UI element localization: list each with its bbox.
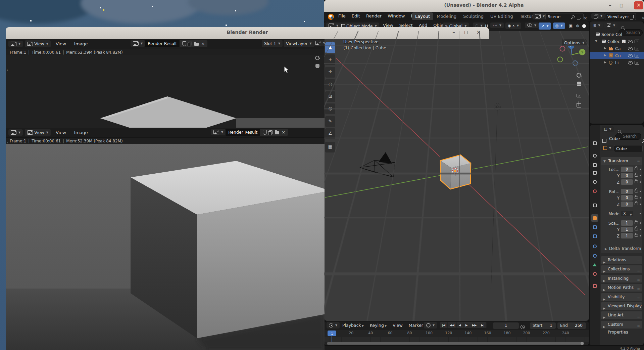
render-slot-dropdown[interactable]: Slot 1▼ [262,40,283,47]
animate-dot-icon[interactable] [640,191,641,192]
properties-tab-texture[interactable] [591,282,598,290]
transform-panel-header[interactable]: ▼ Transform :::: [601,157,642,165]
grip-icon[interactable]: :::: [637,303,640,311]
viewport-canvas[interactable]: Z Y User Perspective (1) Collection | Cu… [324,31,589,321]
timeline-editor-type-button[interactable]: ▼ [327,322,340,329]
workspace-tab-modeling[interactable]: Modeling [433,12,460,20]
shading-solid-icon[interactable] [582,24,586,28]
frame-start-field[interactable]: Start 1 [530,322,556,329]
eye-visibility-icon[interactable] [628,61,633,64]
workspace-tab-layout[interactable]: Layout [412,12,433,20]
next-keyframe-button[interactable]: ▶▶ [470,322,479,328]
animate-dot-icon[interactable] [640,222,641,224]
animate-dot-icon[interactable] [640,229,641,230]
workspace-tab-sculpting[interactable]: Sculpting [460,12,487,20]
transform-value-field[interactable]: 1 [621,227,633,232]
tool-transform[interactable]: ◎ [325,103,335,114]
zoom-icon[interactable] [577,72,581,78]
open-image-icon[interactable] [275,131,279,134]
render-layer-dropdown[interactable]: ViewLayer▼ [284,40,314,47]
properties-tab-scene[interactable] [591,178,598,185]
properties-tab-particles[interactable] [591,232,598,240]
transform-value-field[interactable]: 0 [621,189,633,194]
properties-tab-constraints[interactable] [591,252,598,259]
transform-value-field[interactable]: 0 [621,179,633,185]
lock-icon[interactable] [635,196,638,199]
lock-icon[interactable] [635,168,638,170]
image-editor-menu-image[interactable]: Image [71,129,91,136]
section-instancing[interactable]: ▶Instancing:::: [601,275,642,282]
unlink-scene-icon[interactable]: × [584,16,587,20]
section-motion-paths[interactable]: ▶Motion Paths:::: [601,284,642,292]
section-viewport-display[interactable]: ▶Viewport Display:::: [601,302,642,310]
transform-value-field[interactable]: 0 [621,202,633,207]
frame-end-field[interactable]: End 250 [557,322,586,329]
outliner-row-collec[interactable]: ▼Collec [590,38,644,45]
preview-range-clock-icon[interactable] [521,323,525,330]
camera-view-icon[interactable] [577,94,581,97]
lock-icon[interactable] [635,221,638,224]
transform-value-field[interactable]: 0 [621,195,633,201]
timeline-track[interactable] [324,337,589,342]
section-visibility[interactable]: ▶Visibility:::: [601,293,642,301]
outliner-row-cu[interactable]: ▶▽Cu [590,52,644,59]
animate-dot-icon[interactable] [640,204,641,205]
close-button[interactable]: × [634,1,643,9]
jump-start-button[interactable]: |◀ [440,322,448,328]
render-window-titlebar[interactable]: Blender Render – □ × [6,27,489,39]
outliner-row-li[interactable]: ▶Li [590,59,644,66]
delta-transform-toggle[interactable]: ▶Delta Transform [605,246,641,251]
animate-dot-icon[interactable] [640,197,641,199]
image-datablock-icon[interactable]: ▼ [211,129,226,135]
unlink-icon[interactable]: × [201,42,205,45]
timeline-menu-marker[interactable]: Marker [406,321,426,329]
menu-window[interactable]: Window [385,12,408,20]
timeline-menu-playback[interactable]: Playback▼ [339,321,367,329]
animate-dot-icon[interactable] [640,235,641,236]
editor-mode-dropdown[interactable]: View▼ [25,40,51,47]
pan-hand-icon[interactable] [577,82,581,86]
tool-move[interactable]: ✛ [325,67,335,78]
current-frame-field[interactable]: 1 [493,322,519,329]
expand-icon[interactable]: ▶ [604,60,606,64]
render-minimize-button[interactable]: – [449,28,458,37]
tool-rotate[interactable]: ◌ [325,79,335,90]
outliner-row-scene-col[interactable]: Scene Col [590,31,644,38]
image-editor-menu-view[interactable]: View [53,129,69,136]
viewlayer-type-icon[interactable]: ▼ [591,13,605,19]
grip-icon[interactable]: :::: [637,322,640,330]
animate-dot-icon[interactable] [640,169,641,170]
animate-dot-icon[interactable] [640,181,641,183]
new-scene-icon[interactable] [578,15,581,18]
render-maximize-button[interactable]: □ [462,28,470,37]
properties-tab-view-layer[interactable] [591,169,598,176]
image-zoom-icon[interactable] [315,54,319,61]
outliner-filter-dropdown[interactable]: ▼ [604,23,617,28]
sidebar-toggle-icon[interactable]: › [7,68,8,72]
shading-wireframe-icon[interactable]: ⊕ [576,24,579,28]
duplicate-icon[interactable] [269,130,273,134]
render-close-button[interactable]: × [474,28,483,37]
section-custom-properties[interactable]: ▶Custom Properties:::: [601,321,642,329]
menu-file[interactable]: File [335,12,349,20]
play-button[interactable]: ▶ [463,322,470,328]
properties-tab-render[interactable] [591,152,598,159]
checkbox-icon[interactable] [622,40,626,43]
unlink-icon[interactable]: × [282,131,285,134]
eye-visibility-icon[interactable] [628,40,633,43]
eye-visibility-icon[interactable] [628,54,633,57]
animate-dot-icon[interactable] [640,175,641,176]
tool-cursor[interactable]: + [325,54,335,65]
pin-icon[interactable] [571,15,575,18]
grip-icon[interactable]: :::: [637,285,640,293]
tool-scale[interactable]: ⊡ [325,91,335,102]
workspace-tab-uv-editing[interactable]: UV Editing [487,12,516,20]
show-object-types-dropdown[interactable]: ▼ [525,23,539,28]
lock-icon[interactable] [635,203,638,205]
transform-value-field[interactable]: 0 [621,167,633,172]
show-gizmo-toggle[interactable]: ↗▼ [539,23,551,30]
outliner-display-mode-dropdown[interactable]: ⊞▼ [591,23,603,28]
lock-icon[interactable] [635,234,638,237]
axis-mode-dropdown[interactable]: X▼ [621,211,633,216]
lock-icon[interactable] [635,180,638,183]
